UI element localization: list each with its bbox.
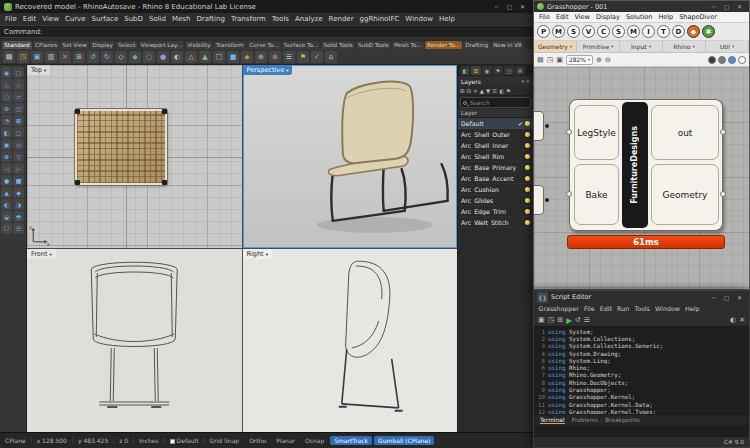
code-line[interactable]: 5using System.Linq; xyxy=(534,357,749,364)
status-y[interactable]: y 483.425 xyxy=(73,437,114,444)
gh-category-tab-2[interactable]: M xyxy=(552,25,565,38)
layer-tool-icon-2[interactable]: ⊟ xyxy=(467,88,472,94)
layer-tool-icon-8[interactable]: ⚑ xyxy=(506,88,511,94)
gh-category-tab-9[interactable]: T xyxy=(657,25,670,38)
layer-tool-icon-3[interactable]: ✕ xyxy=(473,88,478,94)
side-tool-icon-14[interactable]: ◎ xyxy=(13,139,24,150)
code-line[interactable]: 9using Grasshopper; xyxy=(534,386,749,393)
run-button[interactable]: ▶ xyxy=(566,316,572,325)
layer-tool-icon-1[interactable]: ⊞ xyxy=(460,88,465,94)
terminal-panel[interactable] xyxy=(534,425,749,436)
side-tool-icon-15[interactable]: ⊚ xyxy=(1,151,12,162)
layer-visibility-bulb-icon[interactable] xyxy=(525,220,530,225)
toolbar-icon-16[interactable]: □ xyxy=(213,51,225,63)
line-number[interactable]: 5 xyxy=(534,358,548,364)
layer-row-arc-shell-inner[interactable]: Arc_Shell_Inner xyxy=(458,140,533,151)
toolbar-icon-19[interactable]: ⊕ xyxy=(255,51,267,63)
gh-category-tab-10[interactable]: D xyxy=(672,25,685,38)
layer-row-arc-shell-outer[interactable]: Arc_Shell_Outer xyxy=(458,129,533,140)
line-number[interactable]: 11 xyxy=(534,402,548,408)
output-port[interactable] xyxy=(720,129,726,135)
minimize-button[interactable]: ─ xyxy=(707,294,720,301)
status-z[interactable]: z 0 xyxy=(114,437,134,444)
component-input-bake[interactable]: Bake xyxy=(574,164,619,225)
gh-group-geometry[interactable]: Geometry▾ xyxy=(534,41,577,52)
layer-row-arc-cushion[interactable]: Arc_Cushion xyxy=(458,184,533,195)
line-number[interactable]: 1 xyxy=(534,329,548,335)
gh-category-tab-3[interactable]: S xyxy=(567,25,580,38)
code-line[interactable]: 11using Grasshopper.Kernel.Data; xyxy=(534,401,749,408)
close-button[interactable]: ✕ xyxy=(733,3,746,10)
rhino-menu-surface[interactable]: Surface xyxy=(89,15,122,23)
toolbar-icon-4[interactable]: ▥ xyxy=(45,51,57,63)
layer-visibility-bulb-icon[interactable] xyxy=(525,187,530,192)
viewport-perspective-label[interactable]: Perspective ▾ xyxy=(243,65,293,75)
code-line[interactable]: 3using System.Collections.Generic; xyxy=(534,343,749,350)
status-toggle-planar[interactable]: Planar xyxy=(272,436,299,445)
panel-tab-icon-1[interactable]: ◧ xyxy=(460,66,470,75)
toolbar-icon-7[interactable]: ↺ xyxy=(87,51,99,63)
viewport-right-label[interactable]: Right ▾ xyxy=(243,249,272,259)
se-menu-edit[interactable]: Edit xyxy=(597,305,614,312)
se-toolbar-icon-m1[interactable]: ↺ xyxy=(575,316,581,324)
gh-toolbar-icon-3[interactable]: ▣ xyxy=(556,56,563,64)
side-tool-icon-9[interactable]: ◔ xyxy=(1,115,12,126)
gh-group-util[interactable]: Util▾ xyxy=(706,41,749,52)
line-number[interactable]: 6 xyxy=(534,365,548,371)
layer-visibility-bulb-icon[interactable] xyxy=(525,121,530,126)
panel-tab-terminal[interactable]: Terminal xyxy=(540,417,565,424)
layer-tool-icon-4[interactable]: ▲ xyxy=(480,88,484,94)
layer-visibility-bulb-icon[interactable] xyxy=(525,165,530,170)
input-port[interactable] xyxy=(566,129,572,135)
layer-row-default[interactable]: Default✓ xyxy=(458,118,533,129)
chair-seat-topview[interactable] xyxy=(75,109,167,185)
input-port[interactable] xyxy=(566,191,572,197)
zoom-control[interactable]: 282% ▾ xyxy=(566,55,593,65)
toolbar-tab-viewport-lay[interactable]: Viewport Lay... xyxy=(139,41,184,49)
component-name-band[interactable]: FurnitureDesigns xyxy=(622,102,648,228)
panel-tab-icon-2[interactable]: ☰ xyxy=(471,66,481,75)
toolbar-tab-curve-to[interactable]: Curve To... xyxy=(247,41,281,49)
side-tool-icon-8[interactable]: ◫ xyxy=(13,103,24,114)
toolbar-tab-new-in-v8[interactable]: New in V8 xyxy=(491,41,524,49)
code-line[interactable]: 8using Rhino.DocObjects; xyxy=(534,379,749,386)
code-editor[interactable]: 1using System;2using System.Collections;… xyxy=(534,327,749,414)
side-tool-icon-12[interactable]: ◻ xyxy=(13,127,24,138)
partial-component[interactable] xyxy=(534,185,544,215)
layer-visibility-bulb-icon[interactable] xyxy=(525,132,530,137)
maximize-button[interactable]: ▢ xyxy=(720,3,733,10)
side-tool-icon-19[interactable]: ● xyxy=(1,175,12,186)
gh-menu-file[interactable]: File xyxy=(536,13,553,21)
toolbar-icon-13[interactable]: ◐ xyxy=(171,51,183,63)
layers-search-input[interactable] xyxy=(469,100,528,106)
gh-zoom-icon-2[interactable]: ⊖ xyxy=(605,56,611,64)
se-menu-help[interactable]: Help xyxy=(683,305,703,312)
component-output-out[interactable]: out xyxy=(651,105,719,160)
toolbar-tab-select[interactable]: Select xyxy=(116,41,138,49)
close-button[interactable]: ✕ xyxy=(516,3,529,10)
gh-category-tab-8[interactable]: I xyxy=(642,25,655,38)
toolbar-icon-9[interactable]: ◇ xyxy=(115,51,127,63)
side-tool-icon-21[interactable]: ▲ xyxy=(1,187,12,198)
rhino-menu-render[interactable]: Render xyxy=(326,15,357,23)
se-menu-run[interactable]: Run xyxy=(615,305,632,312)
wire-grip-dot[interactable] xyxy=(545,198,549,202)
status-toggle-smarttrack[interactable]: SmartTrack xyxy=(330,436,372,445)
side-tool-icon-2[interactable]: □ xyxy=(13,67,24,78)
line-number[interactable]: 8 xyxy=(534,380,548,386)
gh-category-tab-12[interactable]: ✱ xyxy=(702,25,715,38)
panel-tab-icon-4[interactable]: ⚑ xyxy=(493,66,503,75)
layer-row-arc-base-primary[interactable]: Arc_Base_Primary xyxy=(458,162,533,173)
toolbar-tab-standard[interactable]: Standard xyxy=(2,41,32,49)
viewport-front[interactable]: Front ▾ xyxy=(27,249,242,432)
gh-display-dot-3[interactable] xyxy=(728,56,736,64)
gh-toolbar-icon-1[interactable]: ▤ xyxy=(537,56,544,64)
gh-group-primitive[interactable]: Primitive▾ xyxy=(577,41,620,52)
side-tool-icon-28[interactable]: ☰ xyxy=(13,223,24,234)
rhino-menu-view[interactable]: View xyxy=(39,15,62,23)
gh-group-rhino[interactable]: Rhino▾ xyxy=(663,41,706,52)
code-line[interactable]: 7using Rhino.Geometry; xyxy=(534,372,749,379)
gh-menu-solution[interactable]: Solution xyxy=(623,13,655,21)
gh-display-dot-1[interactable] xyxy=(708,56,716,64)
rhino-menu-file[interactable]: File xyxy=(2,15,20,23)
